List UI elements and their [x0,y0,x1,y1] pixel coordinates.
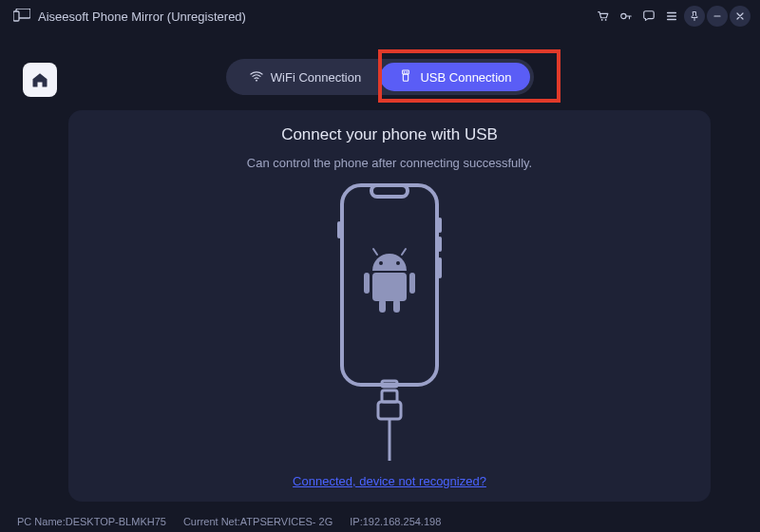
svg-rect-26 [382,390,397,402]
wifi-icon [249,68,264,86]
cart-icon[interactable] [593,6,614,27]
svg-rect-15 [438,257,442,278]
svg-rect-6 [403,70,409,74]
app-logo-icon [13,9,30,25]
svg-rect-21 [364,273,370,294]
svg-rect-13 [438,218,442,233]
phone-illustration [318,178,461,474]
menu-icon[interactable] [661,6,682,27]
svg-rect-9 [404,74,408,81]
svg-point-4 [621,13,626,18]
tab-wifi[interactable]: WiFi Connection [230,63,380,91]
status-pc: PC Name:DESKTOP-BLMKH75 [17,516,166,527]
minimize-icon[interactable] [707,6,728,27]
svg-rect-23 [379,299,386,313]
help-link[interactable]: Connected, device not recognized? [293,474,486,488]
usb-icon [398,68,413,86]
connection-panel: Connect your phone with USB Can control … [68,110,711,502]
app-title: Aiseesoft Phone Mirror (Unregistered) [38,10,246,24]
chat-icon[interactable] [638,6,659,27]
status-net: Current Net:ATPSERVICES- 2G [183,516,332,527]
svg-rect-8 [407,71,408,72]
close-icon[interactable] [730,6,750,27]
svg-point-2 [601,19,603,21]
home-icon [30,70,49,89]
home-button[interactable] [23,63,57,97]
tab-usb[interactable]: USB Connection [380,63,530,91]
key-icon[interactable] [616,6,636,27]
svg-line-19 [402,249,406,255]
svg-point-16 [379,261,383,265]
svg-rect-27 [378,402,401,419]
status-ip: IP:192.168.254.198 [350,516,441,527]
titlebar: Aiseesoft Phone Mirror (Unregistered) [0,0,760,32]
svg-rect-24 [393,299,400,313]
svg-point-5 [256,79,257,81]
tab-usb-label: USB Connection [420,70,511,85]
svg-rect-1 [13,11,19,21]
panel-heading: Connect your phone with USB [281,125,498,144]
status-bar: PC Name:DESKTOP-BLMKH75 Current Net:ATPS… [0,511,760,532]
svg-rect-11 [371,185,408,197]
svg-line-18 [373,249,377,255]
svg-point-17 [396,261,400,265]
svg-point-3 [605,19,607,21]
svg-rect-20 [372,273,407,301]
svg-rect-14 [438,237,442,252]
connection-tabs: WiFi Connection USB Connection [226,59,534,95]
svg-rect-12 [337,221,341,238]
pin-icon[interactable] [684,6,705,27]
panel-subtext: Can control the phone after connecting s… [247,156,532,170]
svg-rect-7 [404,71,405,72]
tab-wifi-label: WiFi Connection [271,70,361,85]
svg-rect-22 [409,273,415,294]
